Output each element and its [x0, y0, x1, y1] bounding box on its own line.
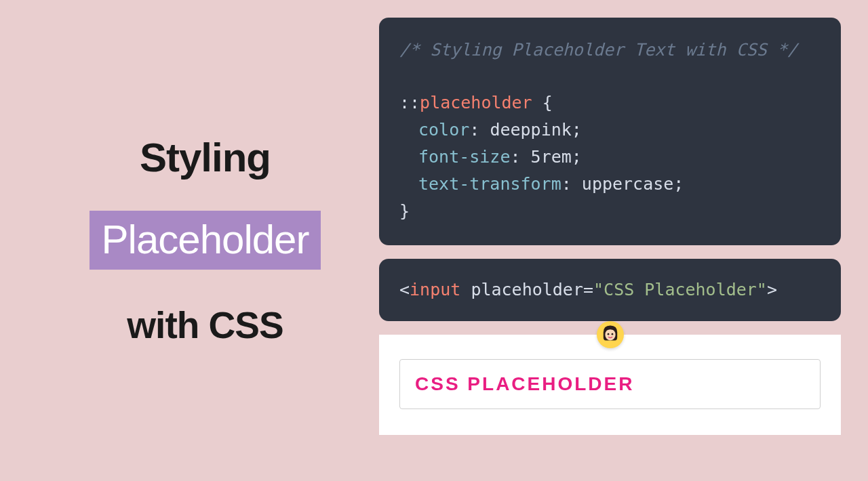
css-rule-fontsize: font-size: 5rem;	[399, 144, 821, 171]
svg-point-3	[611, 333, 613, 335]
title-line-styling: Styling	[140, 134, 271, 181]
title-line-withcss: with CSS	[127, 304, 283, 347]
css-rule-color: color: deeppink;	[399, 117, 821, 144]
css-comment: /* Styling Placeholder Text with CSS */	[399, 40, 797, 60]
preview-box	[379, 335, 841, 435]
css-close-brace: }	[399, 198, 821, 225]
css-selector-line: ::placeholder {	[399, 89, 821, 117]
svg-point-1	[605, 329, 615, 340]
code-panel: /* Styling Placeholder Text with CSS */ …	[370, 0, 868, 481]
css-code-block: /* Styling Placeholder Text with CSS */ …	[379, 18, 841, 245]
preview-wrap	[379, 335, 841, 435]
html-code-block: <input placeholder="CSS Placeholder">	[379, 259, 841, 321]
svg-point-2	[607, 333, 609, 335]
preview-input[interactable]	[399, 359, 821, 409]
title-line-placeholder: Placeholder	[90, 211, 321, 270]
avatar-icon	[597, 321, 624, 348]
title-panel: Styling Placeholder with CSS	[0, 0, 370, 481]
css-rule-transform: text-transform: uppercase;	[399, 171, 821, 198]
main-container: Styling Placeholder with CSS /* Styling …	[0, 0, 868, 481]
